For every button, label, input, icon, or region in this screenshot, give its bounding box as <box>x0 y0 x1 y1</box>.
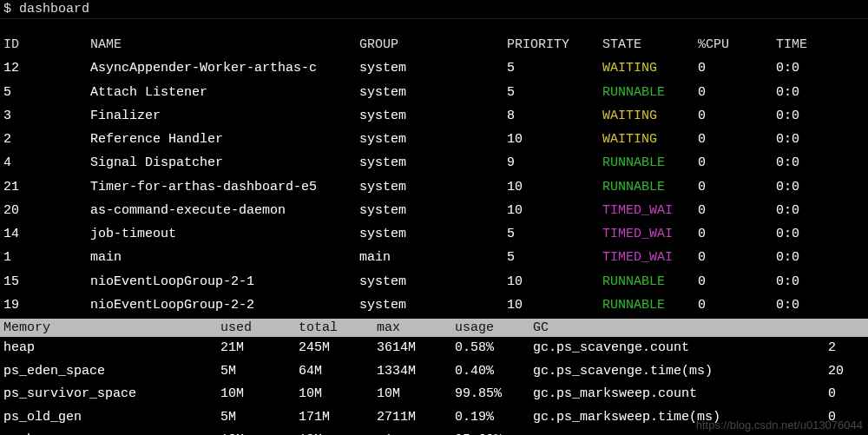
cell-cpu: 0 <box>698 153 776 173</box>
col-memory: Memory <box>3 320 220 335</box>
cell-cpu: 0 <box>698 272 776 292</box>
cell-name: as-command-execute-daemon <box>90 201 359 221</box>
cell-priority: 10 <box>507 129 602 149</box>
cell-group: system <box>359 272 507 292</box>
cell-name: nioEventLoopGroup-2-2 <box>90 295 359 315</box>
cell-max: 10M <box>377 385 455 405</box>
col-priority: PRIORITY <box>507 35 602 55</box>
cell-usage: 0.58% <box>455 339 533 359</box>
cell-usage: 0.19% <box>455 408 533 428</box>
cell-gc-val: 2 <box>828 339 868 359</box>
mem-header-row: Memory used total max usage GC <box>0 319 868 337</box>
cell-id: 21 <box>3 177 90 197</box>
thread-row: 3Finalizersystem8WAITING00:0 <box>3 104 865 128</box>
cell-time: 0:0 <box>776 106 868 126</box>
cell-time: 0:0 <box>776 153 868 173</box>
cell-cpu: 0 <box>698 177 776 197</box>
thread-row: 15nioEventLoopGroup-2-1system10RUNNABLE0… <box>3 270 865 293</box>
thread-row: 19nioEventLoopGroup-2-2system10RUNNABLE0… <box>3 293 865 317</box>
cell-id: 2 <box>3 129 90 149</box>
cell-name: nioEventLoopGroup-2-1 <box>90 272 359 292</box>
cell-name: Reference Handler <box>90 129 359 149</box>
cell-priority: 10 <box>507 295 602 315</box>
col-state: STATE <box>602 35 698 55</box>
cell-priority: 10 <box>507 272 602 292</box>
cell-group: system <box>359 224 507 244</box>
cell-id: 4 <box>3 153 90 173</box>
col-time: TIME <box>776 35 868 55</box>
cell-state: TIMED_WAI <box>602 201 698 221</box>
cell-group: system <box>359 58 507 78</box>
cell-time: 0:0 <box>776 247 868 267</box>
cell-state: RUNNABLE <box>602 153 698 173</box>
command-prompt: $ dashboard <box>0 0 868 19</box>
cell-priority: 9 <box>507 153 602 173</box>
cell-group: system <box>359 129 507 149</box>
cell-id: 5 <box>3 82 90 102</box>
cell-cpu: 0 <box>698 58 776 78</box>
cell-total: 245M <box>299 339 377 359</box>
cell-usage: 0.40% <box>455 362 533 382</box>
cell-name: job-timeout <box>90 224 359 244</box>
mem-row: ps_survivor_space10M10M10M99.85%gc.ps_ma… <box>0 383 868 406</box>
cell-cpu: 0 <box>698 295 776 315</box>
thread-row: 12AsyncAppender-Worker-arthas-csystem5WA… <box>3 56 865 80</box>
col-id: ID <box>3 35 90 55</box>
cell-total: 10M <box>299 385 377 405</box>
cell-max: 1334M <box>377 362 455 382</box>
cell-max: 3614M <box>377 339 455 359</box>
cell-max: -1 <box>377 431 455 435</box>
cell-gc-val: 0 <box>828 385 868 405</box>
cell-priority: 10 <box>507 177 602 197</box>
cell-total: 19M <box>299 431 377 435</box>
cell-id: 15 <box>3 272 90 292</box>
cell-cpu: 0 <box>698 201 776 221</box>
cell-total: 171M <box>299 408 377 428</box>
col-max: max <box>377 320 455 335</box>
cell-id: 12 <box>3 58 90 78</box>
cell-cpu: 0 <box>698 247 776 267</box>
cell-priority: 5 <box>507 224 602 244</box>
cell-group: system <box>359 201 507 221</box>
cell-max: 2711M <box>377 408 455 428</box>
cell-priority: 5 <box>507 82 602 102</box>
cell-mem-label: ps_eden_space <box>3 362 220 382</box>
cell-priority: 5 <box>507 58 602 78</box>
cell-priority: 10 <box>507 201 602 221</box>
cell-total: 64M <box>299 362 377 382</box>
thread-table: ID NAME GROUP PRIORITY STATE %CPU TIME 1… <box>0 33 868 317</box>
cell-group: system <box>359 153 507 173</box>
cell-usage: 99.85% <box>455 385 533 405</box>
cell-mem-label: nonheap <box>3 431 220 435</box>
cell-state: RUNNABLE <box>602 295 698 315</box>
cell-state: WAITING <box>602 58 698 78</box>
cell-group: system <box>359 82 507 102</box>
cell-cpu: 0 <box>698 106 776 126</box>
cell-id: 19 <box>3 295 90 315</box>
cell-priority: 8 <box>507 106 602 126</box>
cell-id: 1 <box>3 247 90 267</box>
watermark: https://blog.csdn.net/u013076044 <box>696 419 863 432</box>
col-cpu: %CPU <box>698 35 776 55</box>
col-usage: usage <box>455 320 533 335</box>
col-used: used <box>220 320 299 335</box>
cell-id: 20 <box>3 201 90 221</box>
cell-name: Attach Listener <box>90 82 359 102</box>
cell-mem-label: ps_old_gen <box>3 408 220 428</box>
cell-time: 0:0 <box>776 129 868 149</box>
thread-row: 5Attach Listenersystem5RUNNABLE00:0 <box>3 81 865 104</box>
cell-group: system <box>359 177 507 197</box>
thread-row: 21Timer-for-arthas-dashboard-e5system10R… <box>3 175 865 199</box>
cell-time: 0:0 <box>776 201 868 221</box>
cell-group: system <box>359 295 507 315</box>
cell-used: 5M <box>220 362 299 382</box>
cell-time: 0:0 <box>776 177 868 197</box>
cell-state: RUNNABLE <box>602 82 698 102</box>
cell-cpu: 0 <box>698 224 776 244</box>
cell-name: Signal Dispatcher <box>90 153 359 173</box>
col-total: total <box>299 320 377 335</box>
col-name: NAME <box>90 35 359 55</box>
cell-time: 0:0 <box>776 82 868 102</box>
cell-time: 0:0 <box>776 272 868 292</box>
cell-state: WAITING <box>602 106 698 126</box>
